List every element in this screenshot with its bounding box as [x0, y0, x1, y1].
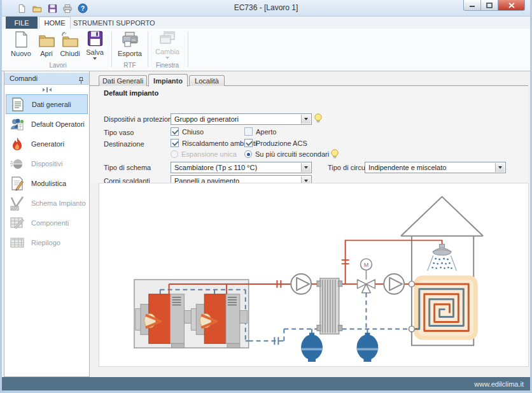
sidebar-item-label: Riepilogo: [31, 239, 60, 247]
group-separator: [188, 31, 188, 67]
expansion-vessel-2: [357, 332, 379, 362]
sidebar-item-dati-generali[interactable]: Dati generali: [6, 94, 88, 114]
sidebar-item-componenti[interactable]: Componenti: [6, 213, 88, 232]
salva-button[interactable]: Salva: [82, 31, 108, 59]
chiudi-button[interactable]: Chiudi: [58, 31, 82, 59]
combo-arrow-button[interactable]: [301, 115, 311, 124]
titlebar: ? EC736 - [Lavoro 1]: [2, 0, 530, 17]
summary-icon: [10, 235, 25, 250]
nuovo-button[interactable]: Nuovo: [8, 31, 34, 59]
group-label-finestra: Finestra: [150, 62, 185, 69]
secondary-pump: [384, 274, 404, 294]
sidebar-item-modulistica[interactable]: Modulistica: [6, 173, 88, 193]
main-area: Comandi Dati generali Defau: [2, 71, 530, 377]
checkbox-unchecked-icon[interactable]: [244, 127, 253, 136]
primary-pump: [291, 274, 311, 294]
sidebar-item-dispositivi[interactable]: Dispositivi: [6, 154, 88, 173]
espansione-unica-radio: Espansione unica: [171, 150, 237, 158]
sidebar-comandi: Comandi Dati generali Defau: [4, 71, 90, 377]
expansion-vessel-1: [301, 332, 323, 362]
tab-localita[interactable]: Località: [189, 75, 225, 86]
document-icon: [10, 97, 25, 112]
forms-icon: [10, 176, 25, 191]
hint-bulb-icon[interactable]: [314, 113, 323, 124]
sidebar-item-label: Schema Impianto: [31, 199, 86, 207]
radio-selected-icon[interactable]: [244, 150, 252, 158]
destinazione-label: Destinazione: [104, 140, 144, 148]
apri-button[interactable]: Apri: [35, 31, 58, 59]
content-area: Dati Generali Impianto Località Default …: [90, 71, 528, 377]
new-document-icon: [13, 31, 29, 48]
sidebar-collapse-handle[interactable]: [4, 85, 89, 94]
ribbon: Nuovo Apri Chiudi Salva Esporta: [2, 29, 530, 71]
chiuso-checkbox[interactable]: Chiuso: [171, 127, 204, 136]
devices-icon: [10, 156, 25, 171]
produzione-acs-checkbox[interactable]: Produzione ACS: [244, 139, 307, 147]
protezione-value: Gruppo di generatori: [174, 115, 239, 123]
motorized-mixing-valve: M: [358, 259, 375, 293]
checkbox-checked-icon[interactable]: [171, 139, 179, 147]
close-button[interactable]: [498, 0, 525, 11]
circuiti-secondari-radio[interactable]: Su più circuiti secondari: [244, 150, 329, 158]
tab-dati-generali[interactable]: Dati Generali: [99, 75, 147, 86]
sidebar-item-label: Dispositivi: [31, 160, 63, 168]
export-printer-icon: [122, 31, 139, 48]
status-bar: www.edilclima.it: [2, 377, 530, 390]
tab-strumenti[interactable]: STRUMENTI: [73, 17, 114, 29]
section-title: Default impianto: [104, 89, 158, 97]
collapse-bar-icon: [46, 87, 48, 92]
return-wall-connector: [409, 326, 414, 332]
tab-file[interactable]: FILE: [6, 17, 38, 29]
tab-home[interactable]: HOME: [39, 17, 71, 29]
esporta-button[interactable]: Esporta: [115, 31, 144, 59]
tab-supporto[interactable]: SUPPORTO: [116, 17, 155, 29]
edilclima-link[interactable]: www.edilclima.it: [474, 380, 524, 388]
group-label-lavori: Lavori: [7, 62, 109, 69]
app-window: ? EC736 - [Lavoro 1] FILE HOME STRUMENTI…: [0, 0, 532, 393]
tipo-schema-label: Tipo di schema: [104, 164, 151, 171]
sidebar-item-label: Dati generali: [32, 101, 71, 108]
radio-disabled-icon: [171, 150, 178, 158]
operators-icon: [10, 117, 25, 132]
tipo-circuito-value: Indipendente e miscelato: [368, 164, 446, 171]
combo-arrow-button[interactable]: [495, 163, 505, 172]
default-impianto-form: Default impianto Dispositivi a protezion…: [90, 86, 528, 183]
heating-system-diagram: M: [99, 183, 528, 366]
svg-text:M: M: [364, 262, 368, 268]
cambia-button: Cambia: [151, 31, 184, 59]
document-tab-strip: Dati Generali Impianto Località: [90, 74, 528, 86]
salva-dropdown-icon[interactable]: [93, 57, 97, 60]
window-controls: [463, 0, 525, 11]
sidebar-header: Comandi: [4, 73, 89, 85]
components-icon: [10, 215, 25, 231]
collapse-left-icon: [49, 88, 52, 92]
checkbox-checked-icon[interactable]: [244, 139, 253, 147]
sidebar-item-generatori[interactable]: Generatori: [6, 134, 88, 154]
sidebar-item-riepilogo[interactable]: Riepilogo: [6, 232, 88, 252]
spray-droplets: [431, 258, 452, 269]
tipo-circuito-combobox[interactable]: Indipendente e miscelato: [365, 162, 506, 173]
sidebar-item-default-operatori[interactable]: Default Operatori: [6, 114, 88, 134]
sidebar-title: Comandi: [10, 75, 38, 82]
save-floppy-icon: [87, 31, 103, 46]
group-label-rtf: RTF: [114, 62, 146, 69]
chevron-down-icon: [304, 118, 308, 120]
window-title: EC736 - [Lavoro 1]: [2, 3, 530, 12]
protezione-combobox[interactable]: Gruppo di generatori: [171, 113, 312, 125]
combo-arrow-button[interactable]: [301, 163, 311, 172]
minimize-button[interactable]: [463, 0, 481, 11]
maximize-button[interactable]: [481, 0, 498, 11]
tipo-schema-combobox[interactable]: Scambiatore (Tp ≤ 110 °C): [171, 162, 312, 173]
cambia-dropdown-icon: [165, 57, 169, 59]
sidebar-item-label: Default Operatori: [31, 120, 85, 128]
chevron-down-icon: [498, 166, 502, 169]
sidebar-item-schema-impianto[interactable]: Schema Impianto: [6, 193, 88, 213]
cascade-windows-icon: [159, 31, 176, 46]
shower: [428, 244, 457, 271]
ribbon-tab-strip: FILE HOME STRUMENTI SUPPORTO: [2, 17, 530, 29]
tab-impianto[interactable]: Impianto: [148, 74, 188, 87]
checkbox-checked-icon[interactable]: [171, 127, 179, 136]
hint-bulb-icon[interactable]: [330, 149, 339, 159]
chevron-down-icon: [304, 180, 308, 182]
aperto-checkbox[interactable]: Aperto: [244, 127, 276, 136]
